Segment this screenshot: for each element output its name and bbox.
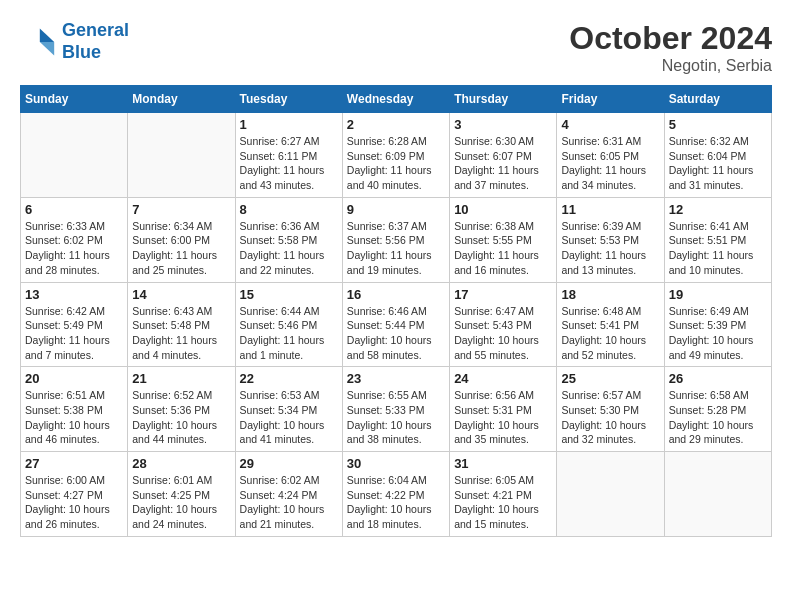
day-info: Sunrise: 6:56 AM Sunset: 5:31 PM Dayligh…	[454, 388, 552, 447]
calendar-cell: 31Sunrise: 6:05 AM Sunset: 4:21 PM Dayli…	[450, 452, 557, 537]
day-info: Sunrise: 6:05 AM Sunset: 4:21 PM Dayligh…	[454, 473, 552, 532]
calendar-cell: 21Sunrise: 6:52 AM Sunset: 5:36 PM Dayli…	[128, 367, 235, 452]
day-info: Sunrise: 6:37 AM Sunset: 5:56 PM Dayligh…	[347, 219, 445, 278]
day-number: 4	[561, 117, 659, 132]
calendar-week-row: 20Sunrise: 6:51 AM Sunset: 5:38 PM Dayli…	[21, 367, 772, 452]
day-info: Sunrise: 6:00 AM Sunset: 4:27 PM Dayligh…	[25, 473, 123, 532]
calendar-cell: 30Sunrise: 6:04 AM Sunset: 4:22 PM Dayli…	[342, 452, 449, 537]
logo-line2: Blue	[62, 42, 101, 62]
calendar-cell: 10Sunrise: 6:38 AM Sunset: 5:55 PM Dayli…	[450, 197, 557, 282]
day-info: Sunrise: 6:42 AM Sunset: 5:49 PM Dayligh…	[25, 304, 123, 363]
day-number: 23	[347, 371, 445, 386]
weekday-header: Tuesday	[235, 86, 342, 113]
page-header: General Blue October 2024 Negotin, Serbi…	[20, 20, 772, 75]
weekday-header: Thursday	[450, 86, 557, 113]
calendar-cell: 8Sunrise: 6:36 AM Sunset: 5:58 PM Daylig…	[235, 197, 342, 282]
day-info: Sunrise: 6:38 AM Sunset: 5:55 PM Dayligh…	[454, 219, 552, 278]
calendar-cell: 26Sunrise: 6:58 AM Sunset: 5:28 PM Dayli…	[664, 367, 771, 452]
day-number: 15	[240, 287, 338, 302]
calendar-cell: 1Sunrise: 6:27 AM Sunset: 6:11 PM Daylig…	[235, 113, 342, 198]
calendar: SundayMondayTuesdayWednesdayThursdayFrid…	[20, 85, 772, 537]
day-number: 5	[669, 117, 767, 132]
location: Negotin, Serbia	[569, 57, 772, 75]
day-number: 31	[454, 456, 552, 471]
calendar-cell: 18Sunrise: 6:48 AM Sunset: 5:41 PM Dayli…	[557, 282, 664, 367]
day-number: 25	[561, 371, 659, 386]
calendar-cell: 12Sunrise: 6:41 AM Sunset: 5:51 PM Dayli…	[664, 197, 771, 282]
day-info: Sunrise: 6:48 AM Sunset: 5:41 PM Dayligh…	[561, 304, 659, 363]
svg-marker-0	[40, 28, 54, 42]
calendar-cell	[21, 113, 128, 198]
day-number: 21	[132, 371, 230, 386]
day-number: 27	[25, 456, 123, 471]
day-info: Sunrise: 6:49 AM Sunset: 5:39 PM Dayligh…	[669, 304, 767, 363]
logo: General Blue	[20, 20, 129, 63]
calendar-cell: 24Sunrise: 6:56 AM Sunset: 5:31 PM Dayli…	[450, 367, 557, 452]
day-number: 18	[561, 287, 659, 302]
weekday-header: Friday	[557, 86, 664, 113]
day-number: 17	[454, 287, 552, 302]
weekday-header-row: SundayMondayTuesdayWednesdayThursdayFrid…	[21, 86, 772, 113]
day-info: Sunrise: 6:28 AM Sunset: 6:09 PM Dayligh…	[347, 134, 445, 193]
day-info: Sunrise: 6:43 AM Sunset: 5:48 PM Dayligh…	[132, 304, 230, 363]
day-number: 6	[25, 202, 123, 217]
calendar-cell: 17Sunrise: 6:47 AM Sunset: 5:43 PM Dayli…	[450, 282, 557, 367]
day-number: 26	[669, 371, 767, 386]
day-info: Sunrise: 6:02 AM Sunset: 4:24 PM Dayligh…	[240, 473, 338, 532]
day-info: Sunrise: 6:41 AM Sunset: 5:51 PM Dayligh…	[669, 219, 767, 278]
calendar-week-row: 13Sunrise: 6:42 AM Sunset: 5:49 PM Dayli…	[21, 282, 772, 367]
day-number: 12	[669, 202, 767, 217]
calendar-cell: 29Sunrise: 6:02 AM Sunset: 4:24 PM Dayli…	[235, 452, 342, 537]
weekday-header: Monday	[128, 86, 235, 113]
day-info: Sunrise: 6:36 AM Sunset: 5:58 PM Dayligh…	[240, 219, 338, 278]
day-number: 2	[347, 117, 445, 132]
day-info: Sunrise: 6:01 AM Sunset: 4:25 PM Dayligh…	[132, 473, 230, 532]
day-number: 28	[132, 456, 230, 471]
day-info: Sunrise: 6:55 AM Sunset: 5:33 PM Dayligh…	[347, 388, 445, 447]
day-info: Sunrise: 6:51 AM Sunset: 5:38 PM Dayligh…	[25, 388, 123, 447]
calendar-cell: 15Sunrise: 6:44 AM Sunset: 5:46 PM Dayli…	[235, 282, 342, 367]
logo-text: General Blue	[62, 20, 129, 63]
day-number: 24	[454, 371, 552, 386]
logo-icon	[20, 24, 56, 60]
day-number: 10	[454, 202, 552, 217]
calendar-cell: 25Sunrise: 6:57 AM Sunset: 5:30 PM Dayli…	[557, 367, 664, 452]
day-info: Sunrise: 6:33 AM Sunset: 6:02 PM Dayligh…	[25, 219, 123, 278]
day-info: Sunrise: 6:04 AM Sunset: 4:22 PM Dayligh…	[347, 473, 445, 532]
day-info: Sunrise: 6:27 AM Sunset: 6:11 PM Dayligh…	[240, 134, 338, 193]
day-info: Sunrise: 6:47 AM Sunset: 5:43 PM Dayligh…	[454, 304, 552, 363]
day-number: 8	[240, 202, 338, 217]
calendar-cell: 4Sunrise: 6:31 AM Sunset: 6:05 PM Daylig…	[557, 113, 664, 198]
calendar-cell: 22Sunrise: 6:53 AM Sunset: 5:34 PM Dayli…	[235, 367, 342, 452]
day-info: Sunrise: 6:58 AM Sunset: 5:28 PM Dayligh…	[669, 388, 767, 447]
day-info: Sunrise: 6:32 AM Sunset: 6:04 PM Dayligh…	[669, 134, 767, 193]
day-number: 9	[347, 202, 445, 217]
calendar-week-row: 6Sunrise: 6:33 AM Sunset: 6:02 PM Daylig…	[21, 197, 772, 282]
day-number: 1	[240, 117, 338, 132]
day-number: 16	[347, 287, 445, 302]
calendar-cell: 20Sunrise: 6:51 AM Sunset: 5:38 PM Dayli…	[21, 367, 128, 452]
calendar-cell: 27Sunrise: 6:00 AM Sunset: 4:27 PM Dayli…	[21, 452, 128, 537]
day-number: 20	[25, 371, 123, 386]
day-info: Sunrise: 6:34 AM Sunset: 6:00 PM Dayligh…	[132, 219, 230, 278]
calendar-cell: 3Sunrise: 6:30 AM Sunset: 6:07 PM Daylig…	[450, 113, 557, 198]
svg-marker-1	[40, 42, 54, 56]
calendar-cell: 2Sunrise: 6:28 AM Sunset: 6:09 PM Daylig…	[342, 113, 449, 198]
title-area: October 2024 Negotin, Serbia	[569, 20, 772, 75]
calendar-cell: 14Sunrise: 6:43 AM Sunset: 5:48 PM Dayli…	[128, 282, 235, 367]
day-info: Sunrise: 6:30 AM Sunset: 6:07 PM Dayligh…	[454, 134, 552, 193]
day-number: 29	[240, 456, 338, 471]
calendar-cell: 9Sunrise: 6:37 AM Sunset: 5:56 PM Daylig…	[342, 197, 449, 282]
logo-line1: General	[62, 20, 129, 40]
calendar-cell: 7Sunrise: 6:34 AM Sunset: 6:00 PM Daylig…	[128, 197, 235, 282]
day-info: Sunrise: 6:52 AM Sunset: 5:36 PM Dayligh…	[132, 388, 230, 447]
calendar-week-row: 27Sunrise: 6:00 AM Sunset: 4:27 PM Dayli…	[21, 452, 772, 537]
month-title: October 2024	[569, 20, 772, 57]
day-number: 7	[132, 202, 230, 217]
calendar-cell: 28Sunrise: 6:01 AM Sunset: 4:25 PM Dayli…	[128, 452, 235, 537]
day-number: 19	[669, 287, 767, 302]
day-number: 22	[240, 371, 338, 386]
calendar-cell: 5Sunrise: 6:32 AM Sunset: 6:04 PM Daylig…	[664, 113, 771, 198]
day-info: Sunrise: 6:39 AM Sunset: 5:53 PM Dayligh…	[561, 219, 659, 278]
day-info: Sunrise: 6:31 AM Sunset: 6:05 PM Dayligh…	[561, 134, 659, 193]
